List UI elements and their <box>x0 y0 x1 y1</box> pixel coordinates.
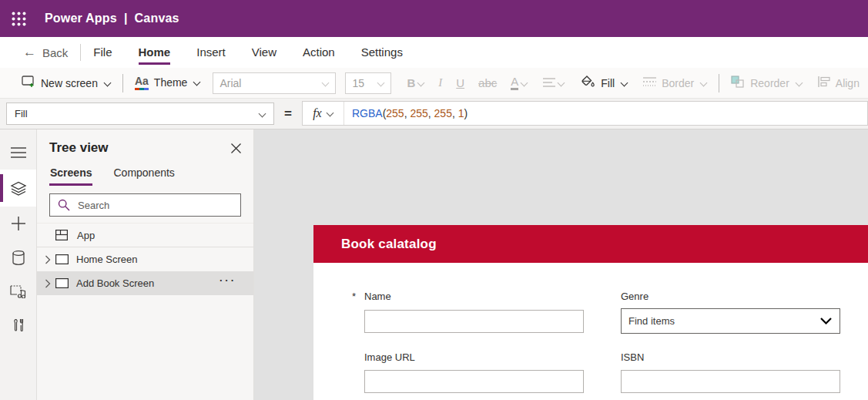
app-icon <box>55 230 68 240</box>
toolbar: New screen Aa Theme Arial 15 B I U abc <box>0 68 868 99</box>
chevron-right-icon[interactable] <box>45 279 51 288</box>
new-screen-icon <box>22 76 35 90</box>
chevron-down-icon <box>258 111 266 117</box>
formula-token: RGBA <box>352 107 383 119</box>
strikethrough-icon: abc <box>478 76 497 89</box>
product-title: Power Apps <box>45 12 117 25</box>
menu-item-file[interactable]: File <box>93 40 112 65</box>
chevron-right-icon[interactable] <box>45 255 51 264</box>
fill-button[interactable]: Fill <box>580 75 628 91</box>
titlebar: Power Apps | Canvas <box>0 0 868 37</box>
font-color-icon: A <box>511 76 518 90</box>
chevron-down-icon <box>620 80 628 86</box>
text-align-button[interactable] <box>543 77 565 89</box>
tree-item-label: Add Book Screen <box>76 277 154 289</box>
add-book-screen-preview[interactable]: Book calatalog * Name Genre Find items I… <box>313 225 868 400</box>
font-color-button[interactable]: A <box>511 76 528 90</box>
property-select[interactable]: Fill <box>6 103 274 125</box>
text-align-icon <box>543 77 555 89</box>
font-size-value: 15 <box>352 77 364 89</box>
chevron-down-icon <box>795 80 803 86</box>
menu-item-settings[interactable]: Settings <box>361 40 403 65</box>
fx-icon: fx <box>313 106 322 120</box>
border-button[interactable]: Border <box>643 76 707 89</box>
menu-item-insert[interactable]: Insert <box>196 40 226 65</box>
screen-title: Book calatalog <box>341 237 437 252</box>
chevron-down-icon <box>321 80 329 86</box>
reorder-label: Reorder <box>750 77 789 89</box>
tree-item-home-screen[interactable]: Home Screen <box>37 247 253 271</box>
waffle-menu-icon[interactable] <box>0 0 37 37</box>
field-label-genre: Genre <box>621 291 648 302</box>
border-label: Border <box>662 77 694 89</box>
back-label: Back <box>42 46 68 59</box>
insert-plus-icon[interactable] <box>0 207 36 240</box>
screen-header-bar[interactable]: Book calatalog <box>313 225 868 263</box>
strikethrough-button[interactable]: abc <box>478 76 497 89</box>
align-button[interactable]: Align <box>818 76 860 89</box>
font-family-dropdown[interactable]: Arial <box>213 72 336 94</box>
font-size-dropdown[interactable]: 15 <box>345 72 391 94</box>
menu-item-view[interactable]: View <box>252 40 276 65</box>
toolbar-divider <box>122 74 123 92</box>
chevron-down-icon <box>820 315 832 327</box>
formula-token: ) <box>464 107 468 119</box>
hamburger-menu-icon[interactable] <box>0 136 36 170</box>
menu-item-action[interactable]: Action <box>303 40 335 65</box>
field-label-isbn: ISBN <box>621 351 644 363</box>
name-field[interactable] <box>364 310 584 333</box>
required-marker: * <box>352 291 356 302</box>
chevron-down-icon <box>103 80 111 86</box>
tab-screens[interactable]: Screens <box>49 163 92 186</box>
formula-editor: fx RGBA(255, 255, 255, 1) <box>302 101 868 126</box>
search-input[interactable] <box>49 193 241 217</box>
reorder-button[interactable]: Reorder <box>731 76 803 91</box>
back-button[interactable]: ← Back <box>23 45 68 60</box>
chevron-down-icon <box>557 80 565 86</box>
more-options-icon[interactable]: ··· <box>220 274 236 286</box>
tree-view-title: Tree view <box>49 140 109 156</box>
tree-item-add-book-screen[interactable]: Add Book Screen ··· <box>37 271 253 295</box>
tree-item-app[interactable]: App <box>37 223 253 247</box>
theme-icon: Aa <box>135 76 149 89</box>
italic-button[interactable]: I <box>438 76 442 89</box>
underline-button[interactable]: U <box>456 76 464 89</box>
new-screen-button[interactable]: New screen <box>22 76 111 90</box>
screen-icon <box>55 278 69 288</box>
fill-label: Fill <box>601 77 615 89</box>
formula-token: , <box>452 107 458 119</box>
chevron-down-icon <box>193 79 200 86</box>
theme-label: Theme <box>154 76 188 89</box>
tab-components[interactable]: Components <box>112 163 175 186</box>
image-url-field[interactable] <box>364 370 584 393</box>
field-label-name: Name <box>364 291 391 302</box>
border-icon <box>643 76 656 89</box>
close-icon[interactable] <box>231 143 241 153</box>
tree-view-tabs: Screens Components <box>37 159 253 186</box>
property-value: Fill <box>15 108 28 119</box>
data-cylinder-icon[interactable] <box>0 240 36 274</box>
theme-button[interactable]: Aa Theme <box>135 76 200 89</box>
field-label-image-url: Image URL <box>364 351 415 363</box>
formula-token: 255 <box>434 107 452 119</box>
advanced-tools-icon[interactable] <box>0 308 36 342</box>
align-label: Align <box>836 77 860 89</box>
chevron-down-icon <box>326 110 333 116</box>
menubar: ← Back File Home Insert View Action Sett… <box>0 37 868 68</box>
formula-token: , <box>404 107 411 119</box>
genre-dropdown[interactable]: Find items <box>621 308 840 334</box>
document-title: Canvas <box>135 12 179 25</box>
formula-input[interactable]: RGBA(255, 255, 255, 1) <box>344 102 468 125</box>
design-canvas[interactable]: Book calatalog * Name Genre Find items I… <box>254 129 868 400</box>
tree-item-label: App <box>77 230 95 241</box>
bold-button[interactable]: B <box>407 76 424 89</box>
underline-icon: U <box>456 76 464 89</box>
menu-divider <box>80 44 81 61</box>
fx-button[interactable]: fx <box>303 102 344 125</box>
search-icon <box>58 199 70 213</box>
menu-item-home[interactable]: Home <box>139 40 171 65</box>
isbn-field[interactable] <box>621 370 840 393</box>
chevron-down-icon <box>377 80 384 86</box>
media-icon[interactable] <box>0 274 36 308</box>
tree-view-icon[interactable] <box>0 170 36 207</box>
